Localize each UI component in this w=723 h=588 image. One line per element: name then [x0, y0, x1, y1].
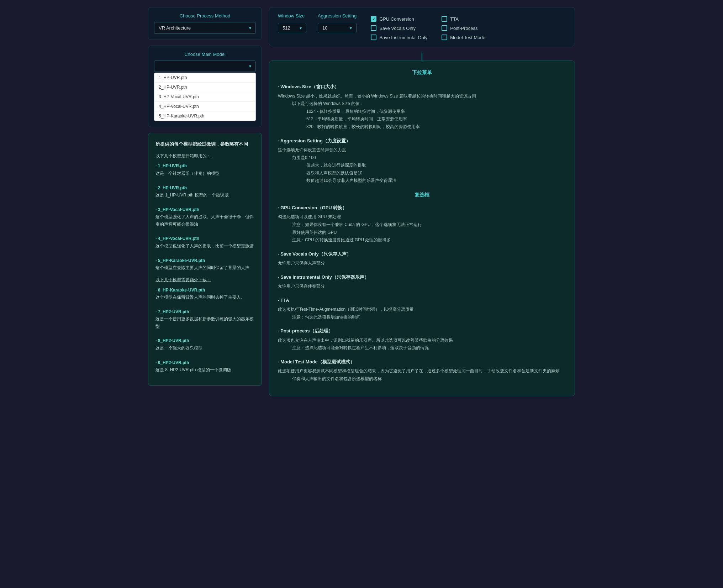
checkbox-col-left: GPU Conversion Save Vocals Only Save Ins… [371, 16, 427, 40]
checkbox-gpu[interactable]: GPU Conversion [371, 16, 427, 22]
main-model-dropdown-wrapper: ▾ 1_HP-UVR.pth 2_HP-UVR.pth 3_HP-Vocal-U… [154, 61, 256, 121]
explanation-aggression: · Aggression Setting（力度设置） 这个选项允许你设置去除声音… [278, 137, 566, 185]
window-size-selected: 512 [283, 25, 290, 31]
download-title: 以下几个模型需要额外下载： [155, 276, 254, 283]
model-option-4[interactable]: 4_HP-Vocal-UVR.pth [154, 102, 255, 111]
model-dl-9: · 9_HP2-UVR.pth 这是 8_HP2-UVR.pth 模型的一个微调… [155, 359, 254, 374]
checkbox-tta-box[interactable] [442, 16, 447, 22]
gpu-exp-title: · GPU Conversion（GPU 转换） [278, 204, 566, 212]
explanation-tta: · TTA 此选项执行Test-Time-Augmentation（测试时间增强… [278, 296, 566, 321]
connector-line [269, 52, 575, 61]
aggression-exp-desc: 这个选项允许你设置去除声音的力度 范围是0-100 值越大，就会进行越深度的提取… [278, 146, 566, 185]
model-desc-1: 这是一个针对器乐（伴奏）的模型 [155, 171, 220, 176]
process-method-label: Choose Process Method [154, 13, 256, 19]
gpu-sub: 注意：如果你没有一个兼容 Cuda 的 GPU，这个选项将无法正常运行 最好使用… [278, 221, 566, 244]
model-ready-1: · 1_HP-UVR.pth 这是一个针对器乐（伴奏）的模型 [155, 162, 254, 177]
ready-section: 以下几个模型是开箱即用的： · 1_HP-UVR.pth 这是一个针对器乐（伴奏… [155, 152, 254, 271]
model-option-3[interactable]: 3_HP-Vocal-UVR.pth [154, 92, 255, 102]
model-desc-5: 这个模型在去除主要人声的同时保留了背景的人声 [155, 265, 249, 270]
dropdown-section-title: 下拉菜单 [278, 68, 566, 77]
checkbox-instrumental-only-box[interactable] [371, 35, 376, 40]
checkbox-vocals-only-box[interactable] [371, 25, 376, 31]
ready-title: 以下几个模型是开箱即用的： [155, 152, 254, 159]
checkbox-post-process-label: Post-Process [450, 26, 477, 31]
aggression-arrow-icon: ▾ [350, 26, 352, 31]
checkbox-col-right: TTA Post-Process Model Test Mode [442, 16, 485, 40]
model-desc-3: 这个模型强化了人声的提取。人声干会很干净，但伴奏的声音可能会很混浊 [155, 214, 254, 226]
aggression-label: Aggression Setting [318, 13, 357, 19]
aggression-dropdown[interactable]: 10 ▾ [318, 23, 357, 33]
checkbox-section-title: 复选框 [278, 190, 566, 199]
model-dl-6: · 6_HP-Karaoke-UVR.pth 这个模型在保留背景人声的同时去掉了… [155, 287, 254, 301]
model-desc-2: 这是 1_HP-UVR.pth 模型的一个微调版 [155, 193, 229, 198]
model-ready-5: · 5_HP-Karaoke-UVR.pth 这个模型在去除主要人声的同时保留了… [155, 257, 254, 272]
checkbox-gpu-box[interactable] [371, 16, 376, 22]
aggression-group: Aggression Setting 10 ▾ [318, 13, 357, 33]
model-ready-2: · 2_HP-UVR.pth 这是 1_HP-UVR.pth 模型的一个微调版 [155, 184, 254, 199]
main-model-label: Choose Main Model [154, 52, 256, 57]
checkbox-post-process[interactable]: Post-Process [442, 25, 485, 31]
process-method-dropdown[interactable]: VR Architecture ▾ [154, 22, 256, 34]
window-size-dropdown[interactable]: 512 ▾ [278, 23, 306, 33]
model-dl-7: · 7_HP2-UVR.pth 这是一个使用更多数据和新参数训练的强大的器乐模型 [155, 308, 254, 330]
window-size-group: Window Size 512 ▾ [278, 13, 306, 33]
model-option-2[interactable]: 2_HP-UVR.pth [154, 83, 255, 92]
aggression-sub: 范围是0-100 值越大，就会进行越深度的提取 器乐和人声模型的默认值是10 数… [278, 154, 566, 185]
model-name-1: · 1_HP-UVR.pth [155, 163, 187, 168]
model-test-sub: 伴奏和人声输出的文件名将包含所选模型的名称 [278, 375, 566, 383]
download-section: 以下几个模型需要额外下载： · 6_HP-Karaoke-UVR.pth 这个模… [155, 276, 254, 373]
gpu-exp-desc: 勾选此选项可以使用 GPU 来处理 注意：如果你没有一个兼容 Cuda 的 GP… [278, 213, 566, 244]
model-list: 1_HP-UVR.pth 2_HP-UVR.pth 3_HP-Vocal-UVR… [154, 73, 256, 121]
model-name-5: · 5_HP-Karaoke-UVR.pth [155, 258, 205, 263]
explanation-post-process: · Post-process（后处理） 此选项也允许在人声输出中，识别出残留的乐… [278, 327, 566, 352]
model-dl-8: · 8_HP2-UVR.pth 这是一个强大的器乐模型 [155, 337, 254, 352]
checkbox-post-process-box[interactable] [442, 25, 447, 31]
model-name-8: · 8_HP2-UVR.pth [155, 338, 189, 343]
model-name-2: · 2_HP-UVR.pth [155, 185, 187, 190]
explanation-vocals-only: · Save Vocals Only（只保存人声） 允许用户只保存人声部分 [278, 250, 566, 267]
model-ready-4: · 4_HP-Vocal-UVR.pth 这个模型也强化了人声的提取，比前一个模… [155, 235, 254, 250]
info-title: 所提供的每个模型都经过微调，参数略有不同 [155, 140, 254, 148]
instrumental-only-exp-desc: 允许用户只保存伴奏部分 [278, 283, 566, 290]
model-option-1[interactable]: 1_HP-UVR.pth [154, 73, 255, 83]
window-size-label: Window Size [278, 13, 306, 19]
tta-exp-desc: 此选项执行Test-Time-Augmentation（测试时间增强），以提高分… [278, 306, 566, 321]
window-size-exp-desc: Windows Size 越小，效果就越好。然而，较小的 Windows Siz… [278, 93, 566, 131]
explanation-panel: 下拉菜单 · Windows Size（窗口大小） Windows Size 越… [269, 61, 575, 396]
model-desc-4: 这个模型也强化了人声的提取，比前一个模型更激进 [155, 243, 254, 248]
model-option-5[interactable]: 5_HP-Karaoke-UVR.pth [154, 111, 255, 121]
checkbox-gpu-label: GPU Conversion [379, 16, 414, 22]
checkbox-instrumental-only[interactable]: Save Instrumental Only [371, 35, 427, 40]
tta-sub: 注意：勾选此选项将增加转换的时间 [278, 314, 566, 321]
checkbox-instrumental-only-label: Save Instrumental Only [379, 35, 427, 40]
window-size-arrow-icon: ▾ [300, 26, 302, 31]
main-container: Choose Process Method VR Architecture ▾ … [148, 7, 575, 396]
model-name-6: · 6_HP-Karaoke-UVR.pth [155, 288, 205, 293]
model-test-exp-title: · Model Test Mode（模型测试模式） [278, 358, 566, 366]
checkbox-model-test[interactable]: Model Test Mode [442, 35, 485, 40]
checkbox-model-test-label: Model Test Mode [450, 35, 485, 40]
tta-exp-title: · TTA [278, 296, 566, 304]
right-panel: Window Size 512 ▾ Aggression Setting 10 … [269, 7, 575, 396]
model-name-4: · 4_HP-Vocal-UVR.pth [155, 236, 199, 241]
vocals-only-exp-desc: 允许用户只保存人声部分 [278, 259, 566, 267]
process-method-card: Choose Process Method VR Architecture ▾ [148, 7, 262, 40]
checkbox-model-test-box[interactable] [442, 35, 447, 40]
checkbox-tta[interactable]: TTA [442, 16, 485, 22]
left-panel: Choose Process Method VR Architecture ▾ … [148, 7, 262, 396]
main-model-dropdown[interactable]: ▾ [154, 61, 256, 72]
explanation-instrumental-only: · Save Instrumental Only（只保存器乐声） 允许用户只保存… [278, 273, 566, 290]
process-method-arrow-icon: ▾ [249, 26, 251, 31]
checkbox-vocals-only[interactable]: Save Vocals Only [371, 25, 427, 31]
model-desc-9: 这是 8_HP2-UVR.pth 模型的一个微调版 [155, 367, 231, 372]
aggression-exp-title: · Aggression Setting（力度设置） [278, 137, 566, 145]
explanation-model-test: · Model Test Mode（模型测试模式） 此选项使用户更容易测试不同模… [278, 358, 566, 383]
window-size-sub: 以下是可选择的 Windows Size 的值： 1024 - 低转换质量，最短… [278, 100, 566, 131]
settings-card: Window Size 512 ▾ Aggression Setting 10 … [269, 7, 575, 46]
model-name-3: · 3_HP-Vocal-UVR.pth [155, 207, 199, 212]
instrumental-only-exp-title: · Save Instrumental Only（只保存器乐声） [278, 273, 566, 281]
window-size-exp-title: · Windows Size（窗口大小） [278, 83, 566, 91]
model-ready-3: · 3_HP-Vocal-UVR.pth 这个模型强化了人声的提取。人声干会很干… [155, 206, 254, 228]
model-name-9: · 9_HP2-UVR.pth [155, 360, 189, 365]
post-process-sub: 注意：选择此选项可能会对转换过程产生不利影响，这取决于音频的情况 [278, 344, 566, 352]
